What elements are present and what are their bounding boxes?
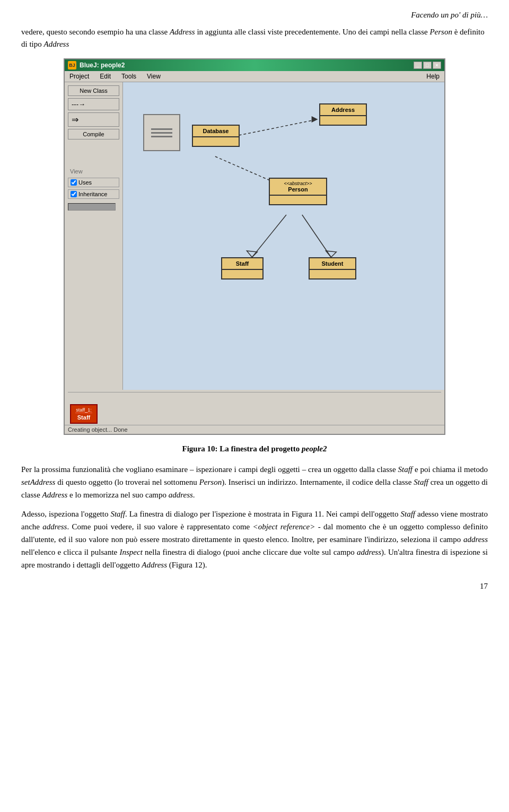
class-address[interactable]: Address bbox=[319, 103, 367, 126]
intro-paragraph: vedere, questo secondo esempio ha una cl… bbox=[21, 26, 488, 50]
window-controls: _ □ × bbox=[414, 62, 441, 69]
close-button[interactable]: × bbox=[433, 62, 441, 69]
maximize-button[interactable]: □ bbox=[423, 62, 432, 69]
diagram-area: Database Address <<abstract>> Person Sta… bbox=[123, 82, 444, 390]
line1 bbox=[151, 128, 172, 130]
menu-view[interactable]: View bbox=[145, 72, 162, 81]
menubar: Project Edit Tools View Help bbox=[65, 71, 444, 82]
bluej-window: BJ BlueJ: people2 _ □ × Project Edit Too… bbox=[64, 58, 445, 435]
uncompiled-class[interactable] bbox=[143, 114, 180, 151]
new-class-button[interactable]: New Class bbox=[68, 85, 119, 96]
person-body bbox=[270, 196, 326, 204]
uses-label: Uses bbox=[78, 179, 92, 186]
figure-caption: Figura 10: La finestra del progetto peop… bbox=[21, 444, 488, 453]
view-label: View bbox=[68, 167, 119, 176]
object-bench: staff_1: Staff bbox=[68, 392, 441, 425]
database-name: Database bbox=[193, 126, 239, 137]
uncompiled-lines bbox=[151, 128, 172, 137]
body-para2: Adesso, ispeziona l'oggetto Staff. La fi… bbox=[21, 508, 488, 571]
svg-marker-1 bbox=[312, 116, 318, 123]
menu-project[interactable]: Project bbox=[68, 72, 91, 81]
sidebar-slider[interactable] bbox=[68, 203, 116, 211]
compile-button[interactable]: Compile bbox=[68, 129, 119, 139]
svg-marker-3 bbox=[247, 251, 257, 257]
menubar-left: Project Edit Tools View bbox=[68, 72, 162, 81]
header-text: Facendo un po' di più… bbox=[411, 11, 488, 19]
page-number: 17 bbox=[21, 582, 488, 591]
person-class-name: Person bbox=[288, 186, 308, 193]
sidebar-spacer3 bbox=[68, 154, 119, 159]
menu-edit[interactable]: Edit bbox=[98, 72, 112, 81]
svg-line-6 bbox=[215, 156, 276, 183]
intro-text-1: vedere, questo secondo esempio ha una cl… bbox=[21, 28, 485, 48]
class-person[interactable]: <<abstract>> Person bbox=[269, 178, 327, 205]
bluej-icon: BJ bbox=[68, 61, 76, 69]
titlebar-left: BJ BlueJ: people2 bbox=[68, 61, 125, 69]
menu-tools[interactable]: Tools bbox=[120, 72, 138, 81]
staff-body bbox=[222, 270, 262, 278]
inheritance-checkbox[interactable] bbox=[71, 191, 77, 197]
staff-name: Staff bbox=[222, 258, 262, 270]
figure-caption-text: Figura 10: La finestra del progetto peop… bbox=[182, 444, 327, 453]
uses-checkbox[interactable] bbox=[71, 179, 77, 186]
student-name: Student bbox=[310, 258, 355, 270]
student-body bbox=[310, 270, 355, 278]
person-name: <<abstract>> Person bbox=[270, 179, 326, 196]
svg-line-0 bbox=[239, 119, 318, 135]
window-title: BlueJ: people2 bbox=[80, 62, 125, 69]
object-class: Staff bbox=[75, 414, 92, 421]
svg-line-2 bbox=[252, 215, 286, 257]
object-label: staff_1: bbox=[75, 407, 92, 413]
line2 bbox=[151, 132, 172, 134]
bluej-body: New Class ---→ ⇒ Compile View Uses Inher… bbox=[65, 82, 444, 390]
database-body bbox=[193, 137, 239, 146]
sidebar: New Class ---→ ⇒ Compile View Uses Inher… bbox=[65, 82, 123, 390]
address-name: Address bbox=[320, 104, 366, 116]
class-staff[interactable]: Staff bbox=[221, 257, 264, 280]
uses-arrow-button[interactable]: ---→ bbox=[68, 98, 119, 110]
inheritance-arrow-button[interactable]: ⇒ bbox=[68, 112, 119, 127]
sidebar-spacer4 bbox=[68, 161, 119, 165]
body-para1: Per la prossima funzionalità che voglian… bbox=[21, 463, 488, 501]
page-header: Facendo un po' di più… bbox=[21, 11, 488, 20]
svg-marker-5 bbox=[326, 251, 336, 257]
line3 bbox=[151, 136, 172, 137]
titlebar: BJ BlueJ: people2 _ □ × bbox=[65, 59, 444, 71]
sidebar-spacer bbox=[68, 142, 119, 146]
uses-checkbox-item[interactable]: Uses bbox=[68, 178, 119, 187]
status-text: Creating object... Done bbox=[68, 426, 128, 433]
staff-object[interactable]: staff_1: Staff bbox=[70, 404, 98, 424]
sidebar-spacer2 bbox=[68, 148, 119, 152]
class-database[interactable]: Database bbox=[192, 125, 240, 147]
status-bar: Creating object... Done bbox=[65, 425, 444, 434]
inheritance-checkbox-item[interactable]: Inheritance bbox=[68, 189, 119, 199]
address-body bbox=[320, 116, 366, 125]
menu-help[interactable]: Help bbox=[425, 72, 441, 81]
class-student[interactable]: Student bbox=[309, 257, 356, 280]
abstract-label: <<abstract>> bbox=[274, 181, 322, 186]
minimize-button[interactable]: _ bbox=[414, 62, 422, 69]
svg-line-4 bbox=[302, 215, 331, 257]
inheritance-label: Inheritance bbox=[78, 191, 107, 197]
